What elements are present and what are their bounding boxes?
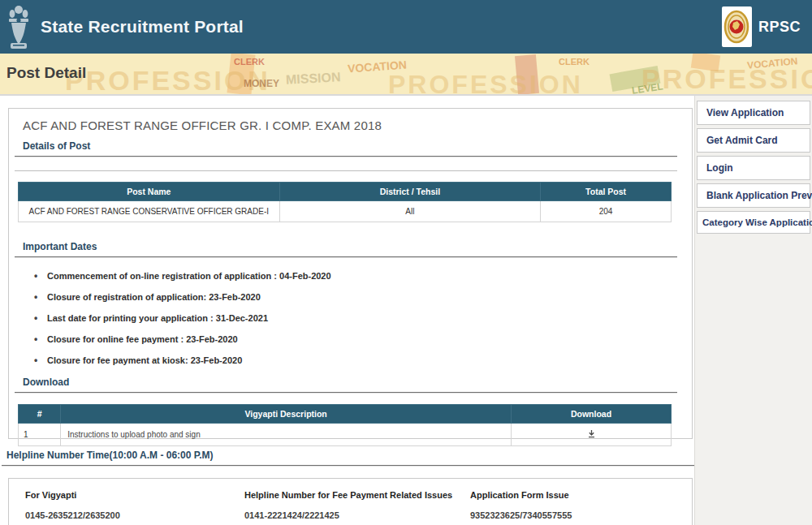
- rpsc-logo: [722, 6, 752, 47]
- helpline-label: For Vigyapti: [25, 490, 244, 500]
- app-header: State Recruitment Portal RPSC: [0, 0, 812, 54]
- helpline-number: 0141-2221424/2221425: [244, 510, 470, 520]
- table-header-row: Post Name District / Tehsil Total Post: [19, 183, 672, 201]
- cell-serial: 1: [19, 424, 61, 446]
- cell-description: Instructions to upload photo and sign: [61, 424, 512, 446]
- helpline-heading: Helpline Number Time(10:00 A.M - 06:00 P…: [6, 450, 694, 461]
- view-application-button[interactable]: View Application: [697, 101, 810, 125]
- list-item: Last date for printing your application …: [34, 313, 677, 323]
- banner-watermark: Profession: [388, 70, 583, 96]
- category-wise-application-count-button[interactable]: Category Wise Application Count: [697, 211, 810, 234]
- helpline-number: 9352323625/7340557555: [470, 510, 692, 520]
- download-icon[interactable]: [587, 429, 596, 440]
- section-divider: [2, 465, 694, 467]
- rpsc-label: RPSC: [758, 19, 801, 36]
- column-header-download: Download: [512, 405, 672, 424]
- list-item: Closure for online fee payment : 23-Feb-…: [34, 334, 677, 344]
- helpline-number: 0145-2635212/2635200: [25, 510, 244, 520]
- table-header-row: # Vigyapti Description Download: [19, 405, 672, 424]
- list-item: Closure of registration of application: …: [34, 292, 677, 302]
- banner-watermark: Profession: [65, 65, 270, 96]
- national-emblem-icon: [8, 4, 29, 49]
- banner-watermark: Profession: [641, 63, 812, 95]
- post-details-table: Post Name District / Tehsil Total Post A…: [18, 182, 672, 222]
- helpline-label: Application Form Issue: [470, 490, 692, 500]
- post-detail-panel: ACF AND FOREST RANGE OFFICER GR. I COMP.…: [8, 108, 693, 439]
- table-row: ACF AND FOREST RANGE CONSERVATIVE OFFICE…: [19, 201, 672, 222]
- main-content: ACF AND FOREST RANGE OFFICER GR. I COMP.…: [0, 96, 694, 525]
- rpsc-emblem-icon: [723, 9, 749, 45]
- download-table: # Vigyapti Description Download 1 Instru…: [18, 404, 672, 446]
- section-divider: [15, 392, 677, 394]
- column-header-total-post: Total Post: [541, 183, 672, 201]
- list-item: Closure for fee payment at kiosk: 23-Feb…: [34, 355, 677, 365]
- column-header-vigyapti-description: Vigyapti Description: [61, 405, 512, 424]
- helpline-column-application-form: Application Form Issue 9352323625/734055…: [470, 490, 692, 525]
- column-header-district: District / Tehsil: [279, 183, 541, 201]
- page-banner: Profession Profession Profession Vocatio…: [0, 54, 812, 96]
- get-admit-card-button[interactable]: Get Admit Card: [697, 128, 810, 153]
- banner-watermark: Money: [244, 78, 279, 89]
- list-item: Commencement of on-line registration of …: [34, 271, 677, 281]
- helpline-box: For Vigyapti 0145-2635212/2635200 Helpli…: [8, 478, 693, 525]
- banner-watermark: Mission: [286, 70, 341, 88]
- column-header-post-name: Post Name: [19, 183, 280, 201]
- helpline-column-vigyapti: For Vigyapti 0145-2635212/2635200: [25, 490, 244, 525]
- action-sidebar: View Application Get Admit Card Login Bl…: [694, 96, 812, 525]
- cell-total-post: 204: [541, 201, 672, 222]
- section-divider: [15, 156, 677, 157]
- helpline-column-fee-payment: Helpline Number for Fee Payment Related …: [244, 490, 470, 525]
- cell-post-name: ACF AND FOREST RANGE CONSERVATIVE OFFICE…: [19, 201, 280, 222]
- section-divider: [15, 256, 677, 258]
- portal-title: State Recruitment Portal: [41, 17, 244, 37]
- important-dates-list: Commencement of on-line registration of …: [34, 271, 677, 365]
- login-button[interactable]: Login: [697, 156, 810, 180]
- important-dates-heading: Important Dates: [23, 241, 677, 252]
- page-title: Post Detail: [6, 64, 86, 82]
- cell-district: All: [279, 201, 541, 222]
- column-header-serial: #: [19, 405, 61, 424]
- helpline-label: Helpline Number for Fee Payment Related …: [244, 490, 470, 500]
- section-divider: [15, 170, 677, 171]
- download-heading: Download: [23, 377, 677, 388]
- table-row: 1 Instructions to upload photo and sign: [19, 424, 672, 446]
- banner-watermark: Clerk: [234, 57, 265, 67]
- details-of-post-heading: Details of Post: [23, 140, 677, 152]
- cell-download: [512, 424, 672, 446]
- banner-watermark: Clerk: [559, 57, 590, 67]
- exam-title: ACF AND FOREST RANGE OFFICER GR. I COMP.…: [23, 118, 677, 132]
- blank-application-preview-button[interactable]: Blank Application Preview: [697, 183, 810, 208]
